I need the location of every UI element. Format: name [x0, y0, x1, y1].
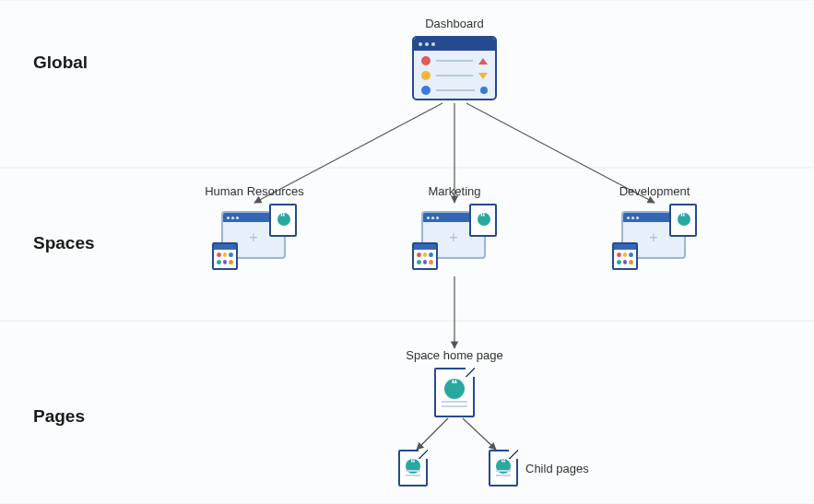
mini-window-icon [612, 242, 638, 270]
page-document-icon [669, 204, 697, 237]
child-page-node-right: Child pages [489, 450, 589, 486]
page-document-icon [398, 450, 428, 486]
space-node-marketing: Marketing + [399, 184, 510, 270]
space-icon: + [612, 204, 697, 270]
dashboard-label: Dashboard [412, 17, 497, 30]
dashboard-node: Dashboard [412, 17, 497, 100]
level-band-global: Global [0, 0, 814, 168]
mini-window-icon [212, 242, 238, 270]
space-node-development: Development + [599, 184, 710, 270]
home-page-node: Space home page [398, 348, 511, 417]
page-document-icon [489, 450, 518, 486]
child-page-node-left [398, 450, 428, 486]
page-document-icon [434, 368, 475, 417]
space-label-hr: Human Resources [199, 184, 310, 198]
space-node-hr: Human Resources + [199, 184, 310, 270]
mini-window-icon [412, 242, 438, 270]
space-label-marketing: Marketing [399, 184, 510, 198]
space-label-development: Development [599, 184, 710, 198]
home-page-label: Space home page [398, 348, 511, 362]
level-label-pages: Pages [33, 406, 85, 427]
space-icon: + [212, 204, 297, 270]
space-icon: + [412, 204, 497, 270]
child-pages-label: Child pages [525, 462, 589, 475]
dashboard-icon [412, 36, 497, 100]
level-label-spaces: Spaces [33, 233, 95, 253]
level-label-global: Global [33, 53, 88, 73]
page-document-icon [269, 204, 297, 237]
page-document-icon [469, 204, 497, 237]
